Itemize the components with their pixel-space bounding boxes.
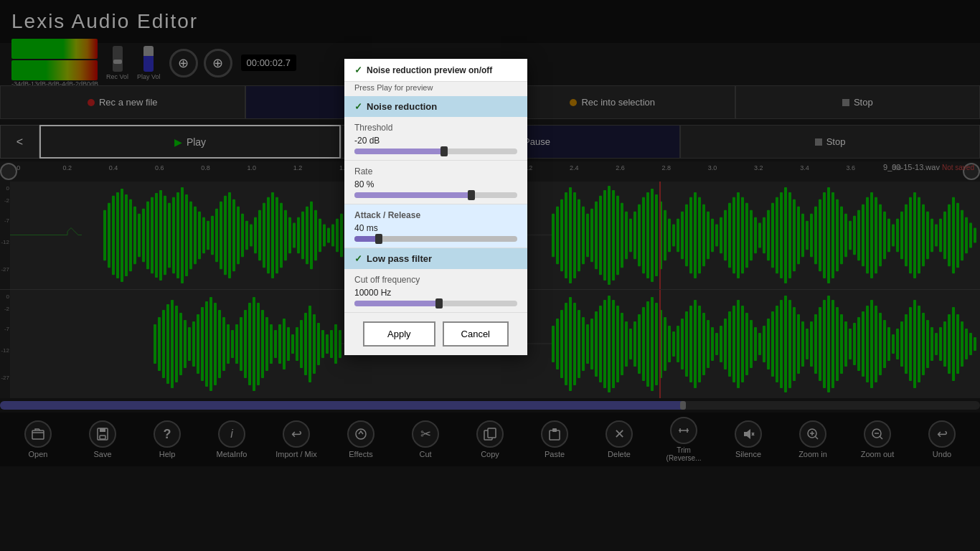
- threshold-value: -20 dB: [354, 136, 517, 146]
- cutoff-row: Cut off frequency 10000 Hz: [344, 269, 527, 313]
- threshold-fill: [354, 149, 444, 154]
- attack-release-value: 40 ms: [354, 223, 517, 233]
- threshold-slider[interactable]: [354, 149, 517, 154]
- attack-thumb[interactable]: [375, 234, 382, 244]
- rate-label: Rate: [354, 166, 517, 176]
- modal-dialog: ✓ Noise reduction preview on/off Press P…: [344, 59, 527, 355]
- low-pass-check-icon: ✓: [354, 253, 362, 264]
- rate-row: Rate 80 %: [344, 161, 527, 204]
- apply-button[interactable]: Apply: [363, 321, 435, 347]
- modal-preview-title: Noise reduction preview on/off: [367, 65, 492, 75]
- modal-buttons: Apply Cancel: [344, 313, 527, 355]
- noise-reduction-label: Noise reduction: [367, 101, 437, 112]
- preview-check-icon: ✓: [354, 65, 362, 75]
- low-pass-header: ✓ Low pass filter: [344, 248, 527, 269]
- rate-thumb[interactable]: [468, 190, 475, 200]
- cancel-button[interactable]: Cancel: [443, 321, 509, 347]
- low-pass-label: Low pass filter: [367, 253, 432, 264]
- modal-preview-row: ✓ Noise reduction preview on/off: [344, 59, 527, 82]
- noise-reduction-header: ✓ Noise reduction: [344, 96, 527, 117]
- threshold-thumb[interactable]: [440, 146, 448, 156]
- modal-overlay[interactable]: ✓ Noise reduction preview on/off Press P…: [0, 0, 980, 551]
- cutoff-thumb[interactable]: [435, 298, 443, 309]
- cutoff-value: 10000 Hz: [354, 288, 517, 298]
- threshold-label: Threshold: [354, 123, 517, 133]
- cutoff-slider[interactable]: [354, 301, 517, 306]
- rate-fill: [354, 192, 471, 198]
- cutoff-label: Cut off frequency: [354, 275, 517, 285]
- modal-preview-text: Press Play for preview: [344, 82, 527, 96]
- cutoff-fill: [354, 301, 439, 306]
- rate-value: 80 %: [354, 179, 517, 189]
- attack-release-row: Attack / Release 40 ms: [344, 204, 527, 248]
- attack-slider[interactable]: [354, 236, 517, 242]
- rate-slider[interactable]: [354, 192, 517, 198]
- attack-release-label: Attack / Release: [354, 210, 517, 220]
- noise-check-icon: ✓: [354, 101, 362, 112]
- threshold-row: Threshold -20 dB: [344, 117, 527, 161]
